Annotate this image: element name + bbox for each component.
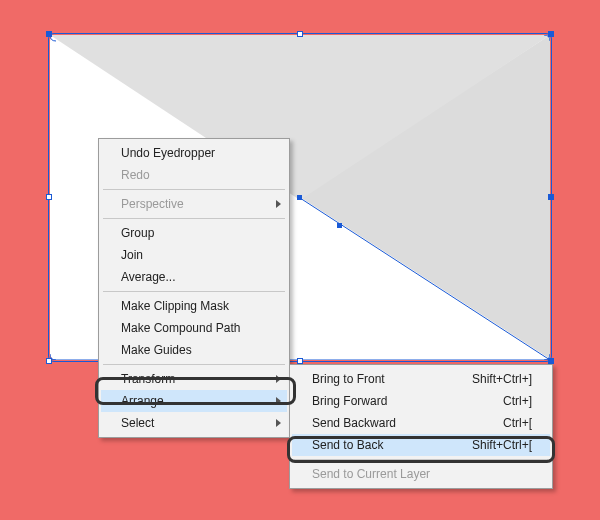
context-menu: Undo Eyedropper Redo Perspective Group J…	[98, 138, 290, 438]
menu-redo: Redo	[101, 164, 287, 186]
submenu-bring-to-front[interactable]: Bring to FrontShift+Ctrl+]	[292, 368, 550, 390]
submenu-arrange: Bring to FrontShift+Ctrl+] Bring Forward…	[289, 364, 553, 489]
menu-label: Perspective	[121, 197, 184, 211]
menu-arrange[interactable]: Arrange	[101, 390, 287, 412]
menu-label: Send Backward	[312, 416, 396, 430]
shortcut-label: Ctrl+]	[503, 394, 532, 408]
menu-undo[interactable]: Undo Eyedropper	[101, 142, 287, 164]
chevron-right-icon	[276, 397, 281, 405]
shortcut-label: Ctrl+[	[503, 416, 532, 430]
selection-handle[interactable]	[297, 31, 303, 37]
menu-label: Select	[121, 416, 154, 430]
menu-separator	[103, 189, 285, 190]
menu-label: Bring Forward	[312, 394, 387, 408]
submenu-bring-forward[interactable]: Bring ForwardCtrl+]	[292, 390, 550, 412]
shortcut-label: Shift+Ctrl+[	[472, 438, 532, 452]
anchor-point[interactable]	[337, 223, 342, 228]
anchor-point[interactable]	[548, 358, 553, 363]
menu-select[interactable]: Select	[101, 412, 287, 434]
selection-handle[interactable]	[46, 194, 52, 200]
menu-label: Arrange	[121, 394, 164, 408]
submenu-send-to-back[interactable]: Send to BackShift+Ctrl+[	[292, 434, 550, 456]
menu-separator	[294, 459, 548, 460]
selection-handle[interactable]	[46, 358, 52, 364]
menu-make-compound-path[interactable]: Make Compound Path	[101, 317, 287, 339]
menu-label: Send to Back	[312, 438, 383, 452]
menu-separator	[103, 218, 285, 219]
shortcut-label: Shift+Ctrl+]	[472, 372, 532, 386]
menu-separator	[103, 291, 285, 292]
menu-perspective: Perspective	[101, 193, 287, 215]
anchor-point[interactable]	[548, 32, 553, 37]
chevron-right-icon	[276, 200, 281, 208]
menu-label: Bring to Front	[312, 372, 385, 386]
chevron-right-icon	[276, 375, 281, 383]
menu-average[interactable]: Average...	[101, 266, 287, 288]
menu-label: Transform	[121, 372, 175, 386]
menu-make-guides[interactable]: Make Guides	[101, 339, 287, 361]
submenu-send-to-current-layer: Send to Current Layer	[292, 463, 550, 485]
submenu-send-backward[interactable]: Send BackwardCtrl+[	[292, 412, 550, 434]
anchor-point[interactable]	[297, 195, 302, 200]
chevron-right-icon	[276, 419, 281, 427]
menu-make-clipping-mask[interactable]: Make Clipping Mask	[101, 295, 287, 317]
menu-transform[interactable]: Transform	[101, 368, 287, 390]
menu-group[interactable]: Group	[101, 222, 287, 244]
menu-separator	[103, 364, 285, 365]
anchor-point[interactable]	[548, 194, 553, 199]
anchor-point[interactable]	[47, 32, 52, 37]
menu-join[interactable]: Join	[101, 244, 287, 266]
